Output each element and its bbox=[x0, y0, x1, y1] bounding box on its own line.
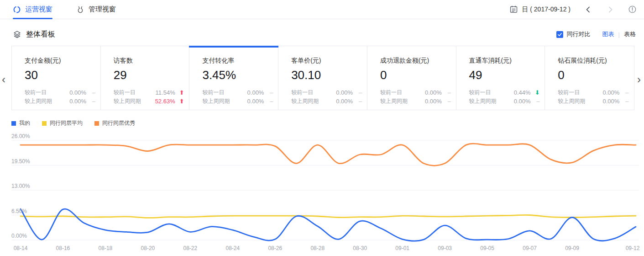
operations-view-icon bbox=[13, 5, 21, 14]
info-icon bbox=[628, 5, 637, 14]
metric-card-2[interactable]: 访客数29较前一日11.54%⬆较上周同期52.63%⬆ bbox=[101, 46, 190, 110]
card-title: 钻石展位消耗(元) bbox=[558, 57, 634, 65]
x-axis-tick-label: 08-30 bbox=[353, 245, 367, 251]
card-value: 0 bbox=[558, 68, 634, 82]
legend-label: 我的 bbox=[19, 119, 30, 127]
card-title: 直通车消耗(元) bbox=[469, 57, 545, 65]
x-axis-tick-label: 09-07 bbox=[523, 245, 537, 251]
metric-card-1[interactable]: 支付金额(元)30较前一日0.00%–较上周同期0.00%– bbox=[12, 46, 101, 110]
card-compare-row: 较前一日0.44%⬇ bbox=[469, 88, 540, 97]
card-title: 客单价(元) bbox=[291, 57, 367, 65]
compare-value: 0.00% bbox=[425, 88, 442, 97]
x-axis-tick-label: 09-03 bbox=[438, 245, 452, 251]
compare-value: 0.00% bbox=[425, 97, 442, 106]
cards-scroll-right-button[interactable]: › bbox=[637, 74, 641, 85]
card-compare-row: 较上周同期52.63%⬆ bbox=[114, 97, 184, 106]
compare-label: 较上周同期 bbox=[25, 97, 69, 106]
date-label: 日 ( 2017-09-12 ) bbox=[522, 5, 571, 14]
view-toggle-chart[interactable]: 图表 bbox=[602, 30, 614, 38]
trend-flat-icon: – bbox=[353, 88, 362, 97]
date-selector[interactable]: 日 ( 2017-09-12 ) bbox=[509, 5, 571, 14]
metric-cards: 支付金额(元)30较前一日0.00%–较上周同期0.00%–访客数29较前一日1… bbox=[11, 46, 634, 110]
metric-card-4[interactable]: 客单价(元)30.10较前一日0.00%–较上周同期0.00%– bbox=[278, 46, 367, 110]
metric-card-5[interactable]: 成功退款金额(元)0较前一日0.00%–较上周同期0.00%– bbox=[367, 46, 456, 110]
card-title: 成功退款金额(元) bbox=[380, 57, 456, 65]
x-axis-tick-label: 08-22 bbox=[183, 245, 198, 251]
compare-value: 0.00% bbox=[514, 97, 531, 106]
board-title: 整体看板 bbox=[26, 30, 55, 39]
trend-up-icon: ⬆ bbox=[175, 88, 184, 97]
legend-item-3[interactable]: 同行同层优秀 bbox=[94, 119, 135, 127]
next-date-button[interactable] bbox=[606, 5, 614, 14]
compare-label: 较上周同期 bbox=[114, 97, 155, 106]
card-compare-row: 较上周同期0.00%– bbox=[469, 97, 540, 106]
card-value: 30.10 bbox=[291, 68, 367, 82]
x-axis-tick-label: 08-14 bbox=[14, 245, 28, 251]
x-axis-tick-label: 09-09 bbox=[565, 245, 579, 251]
prev-date-button[interactable] bbox=[584, 5, 592, 14]
legend-item-1[interactable]: 我的 bbox=[11, 119, 30, 127]
compare-label: 较前一日 bbox=[558, 88, 602, 97]
card-compare-row: 较前一日11.54%⬆ bbox=[114, 88, 184, 97]
metric-card-7[interactable]: 钻石展位消耗(元)0较前一日0.00%–较上周同期0.00%– bbox=[545, 46, 634, 110]
x-axis-tick-label: 08-16 bbox=[56, 245, 70, 251]
x-axis-tick-label: 08-24 bbox=[225, 245, 240, 251]
card-compare-row: 较上周同期0.00%– bbox=[291, 97, 362, 106]
compare-value: 0.00% bbox=[247, 97, 264, 106]
trend-flat-icon: – bbox=[531, 97, 540, 106]
compare-value: 0.00% bbox=[336, 97, 353, 106]
card-compare-row: 较上周同期0.00%– bbox=[380, 97, 451, 106]
compare-value: 11.54% bbox=[156, 88, 175, 97]
card-title: 支付转化率 bbox=[202, 57, 278, 65]
compare-value: 0.00% bbox=[247, 88, 264, 97]
compare-label: 较前一日 bbox=[25, 88, 69, 97]
view-toggle-divider: | bbox=[618, 31, 620, 38]
metric-card-6[interactable]: 直通车消耗(元)49较前一日0.44%⬇较上周同期0.00%– bbox=[456, 46, 545, 110]
legend-swatch-icon bbox=[11, 121, 16, 126]
card-value: 3.45% bbox=[202, 68, 278, 82]
trend-flat-icon: – bbox=[264, 97, 273, 106]
series-line-同行同层平均 bbox=[21, 215, 636, 218]
tab-management-view[interactable]: 管理视窗 bbox=[76, 0, 116, 19]
compare-value: 0.00% bbox=[336, 88, 353, 97]
legend-item-2[interactable]: 同行同层平均 bbox=[42, 119, 83, 127]
tab-label: 管理视窗 bbox=[89, 5, 116, 14]
trend-flat-icon: – bbox=[86, 88, 95, 97]
compare-value: 0.44% bbox=[514, 88, 531, 97]
topbar: 运营视窗 管理视窗 日 ( 2017-09-12 ) bbox=[0, 0, 644, 19]
card-value: 49 bbox=[469, 68, 545, 82]
card-compare-row: 较上周同期0.00%– bbox=[202, 97, 273, 106]
peer-compare-checkbox[interactable] bbox=[556, 31, 563, 38]
compare-value: 0.00% bbox=[69, 88, 86, 97]
trend-flat-icon: – bbox=[619, 88, 628, 97]
x-axis-tick-label: 08-28 bbox=[310, 245, 325, 251]
card-compare-row: 较前一日0.00%– bbox=[291, 88, 362, 97]
x-axis-tick-label: 08-20 bbox=[141, 245, 155, 251]
x-axis-tick-label: 08-18 bbox=[99, 245, 113, 251]
chevron-right-icon bbox=[606, 5, 614, 14]
info-button[interactable] bbox=[628, 5, 637, 14]
card-compare-row: 较上周同期0.00%– bbox=[25, 97, 95, 106]
cards-scroll-left-button[interactable]: ‹ bbox=[2, 74, 5, 85]
chart-legend: 我的同行同层平均同行同层优秀 bbox=[11, 119, 135, 127]
layers-icon bbox=[13, 30, 21, 39]
card-compare-row: 较上周同期0.00%– bbox=[558, 97, 628, 106]
metric-card-3[interactable]: 支付转化率3.45%较前一日0.00%–较上周同期0.00%– bbox=[189, 46, 278, 110]
peer-compare-label[interactable]: 同行对比 bbox=[567, 30, 591, 38]
tab-label: 运营视窗 bbox=[25, 5, 52, 14]
y-axis-tick-label: 6.50% bbox=[11, 208, 27, 214]
card-compare-row: 较前一日0.00%– bbox=[202, 88, 273, 97]
card-compare-row: 较前一日0.00%– bbox=[558, 88, 628, 97]
view-toggle-table[interactable]: 表格 bbox=[624, 30, 636, 38]
trend-chart: 0.00%6.50%13.00%19.50%26.00% 08-1408-160… bbox=[0, 130, 644, 256]
compare-value: 52.63% bbox=[155, 97, 175, 106]
x-axis-tick-label: 09-12 bbox=[626, 245, 640, 251]
check-icon bbox=[557, 32, 562, 37]
x-axis-tick-label: 08-26 bbox=[268, 245, 282, 251]
compare-label: 较前一日 bbox=[291, 88, 336, 97]
legend-label: 同行同层优秀 bbox=[102, 119, 135, 127]
card-value: 29 bbox=[114, 68, 189, 82]
legend-label: 同行同层平均 bbox=[50, 119, 83, 127]
y-axis-tick-label: 26.00% bbox=[11, 133, 30, 139]
tab-operations-view[interactable]: 运营视窗 bbox=[13, 0, 52, 19]
